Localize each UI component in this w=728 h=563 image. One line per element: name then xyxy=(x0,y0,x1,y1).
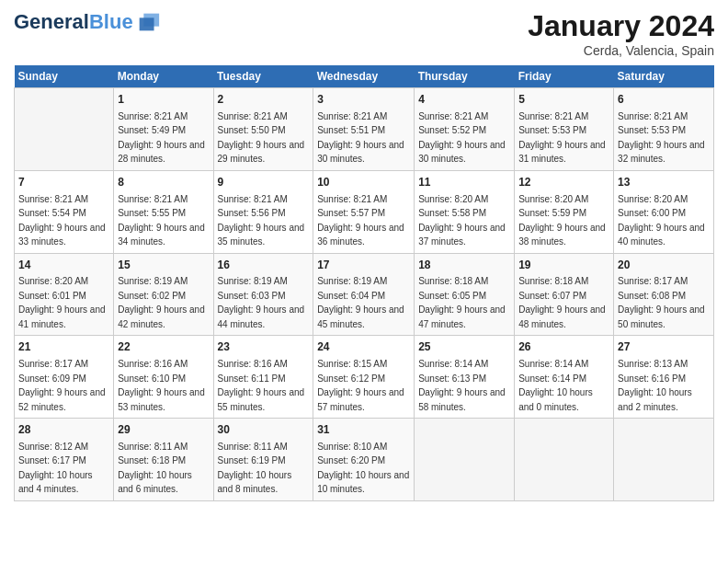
day-number: 5 xyxy=(518,92,609,108)
cell-info: Sunrise: 8:18 AMSunset: 6:07 PMDaylight:… xyxy=(518,276,606,329)
day-number: 20 xyxy=(618,258,710,273)
day-number: 11 xyxy=(418,175,510,190)
col-friday: Friday xyxy=(515,65,614,88)
cell-info: Sunrise: 8:21 AMSunset: 5:50 PMDaylight:… xyxy=(218,111,305,165)
day-number: 28 xyxy=(18,422,109,438)
calendar-cell-w4d4 xyxy=(415,419,515,501)
cell-info: Sunrise: 8:16 AMSunset: 6:10 PMDaylight:… xyxy=(118,359,205,412)
day-number: 18 xyxy=(418,258,510,273)
calendar-cell-w0d0 xyxy=(15,88,114,171)
day-number: 27 xyxy=(618,339,710,355)
calendar-cell-w4d1: 29Sunrise: 8:11 AMSunset: 6:18 PMDayligh… xyxy=(114,419,213,501)
cell-info: Sunrise: 8:15 AMSunset: 6:12 PMDaylight:… xyxy=(317,359,404,412)
day-number: 23 xyxy=(218,339,310,355)
day-number: 25 xyxy=(418,339,510,355)
day-number: 7 xyxy=(18,175,109,190)
calendar-cell-w4d3: 31Sunrise: 8:10 AMSunset: 6:20 PMDayligh… xyxy=(313,419,415,501)
col-wednesday: Wednesday xyxy=(313,65,415,88)
calendar-week-2: 14Sunrise: 8:20 AMSunset: 6:01 PMDayligh… xyxy=(15,253,714,336)
day-number: 30 xyxy=(218,422,310,438)
day-number: 8 xyxy=(118,175,209,190)
calendar-cell-w0d5: 5Sunrise: 8:21 AMSunset: 5:53 PMDaylight… xyxy=(515,88,614,171)
location: Cerda, Valencia, Spain xyxy=(528,43,714,58)
calendar-week-4: 28Sunrise: 8:12 AMSunset: 6:17 PMDayligh… xyxy=(15,419,714,501)
day-number: 9 xyxy=(218,175,310,190)
logo: GeneralBlue xyxy=(14,9,161,35)
calendar-cell-w3d3: 24Sunrise: 8:15 AMSunset: 6:12 PMDayligh… xyxy=(313,336,415,419)
day-number: 24 xyxy=(317,339,410,355)
cell-info: Sunrise: 8:16 AMSunset: 6:11 PMDaylight:… xyxy=(218,359,305,412)
day-number: 22 xyxy=(118,339,209,355)
page-header: GeneralBlue January 2024 Cerda, Valencia… xyxy=(14,9,714,58)
day-number: 26 xyxy=(518,339,609,355)
day-number: 15 xyxy=(118,258,209,273)
calendar-cell-w2d0: 14Sunrise: 8:20 AMSunset: 6:01 PMDayligh… xyxy=(15,253,114,336)
cell-info: Sunrise: 8:21 AMSunset: 5:51 PMDaylight:… xyxy=(317,111,404,165)
calendar-week-3: 21Sunrise: 8:17 AMSunset: 6:09 PMDayligh… xyxy=(15,336,714,419)
day-number: 29 xyxy=(118,422,209,438)
day-number: 21 xyxy=(18,339,109,355)
calendar-cell-w3d4: 25Sunrise: 8:14 AMSunset: 6:13 PMDayligh… xyxy=(415,336,515,419)
calendar-cell-w4d5 xyxy=(515,419,614,501)
calendar-cell-w1d1: 8Sunrise: 8:21 AMSunset: 5:55 PMDaylight… xyxy=(114,170,213,253)
day-number: 6 xyxy=(618,92,710,108)
calendar-cell-w3d0: 21Sunrise: 8:17 AMSunset: 6:09 PMDayligh… xyxy=(15,336,114,419)
col-thursday: Thursday xyxy=(415,65,515,88)
calendar-cell-w1d0: 7Sunrise: 8:21 AMSunset: 5:54 PMDaylight… xyxy=(15,170,114,253)
calendar-cell-w4d2: 30Sunrise: 8:11 AMSunset: 6:19 PMDayligh… xyxy=(213,419,313,501)
calendar-cell-w2d6: 20Sunrise: 8:17 AMSunset: 6:08 PMDayligh… xyxy=(614,253,714,336)
cell-info: Sunrise: 8:17 AMSunset: 6:08 PMDaylight:… xyxy=(618,276,705,329)
calendar-cell-w0d6: 6Sunrise: 8:21 AMSunset: 5:53 PMDaylight… xyxy=(614,88,714,171)
col-monday: Monday xyxy=(114,65,213,88)
cell-info: Sunrise: 8:19 AMSunset: 6:03 PMDaylight:… xyxy=(218,276,305,329)
day-number: 3 xyxy=(317,92,410,108)
col-saturday: Saturday xyxy=(614,65,714,88)
cell-info: Sunrise: 8:12 AMSunset: 6:17 PMDaylight:… xyxy=(18,442,93,495)
day-number: 16 xyxy=(218,258,310,273)
day-number: 14 xyxy=(18,258,109,273)
calendar-cell-w3d5: 26Sunrise: 8:14 AMSunset: 6:14 PMDayligh… xyxy=(515,336,614,419)
calendar-cell-w3d1: 22Sunrise: 8:16 AMSunset: 6:10 PMDayligh… xyxy=(114,336,213,419)
day-number: 2 xyxy=(218,92,310,108)
cell-info: Sunrise: 8:21 AMSunset: 5:55 PMDaylight:… xyxy=(118,194,205,247)
calendar-cell-w3d6: 27Sunrise: 8:13 AMSunset: 6:16 PMDayligh… xyxy=(614,336,714,419)
header-row: Sunday Monday Tuesday Wednesday Thursday… xyxy=(15,65,714,88)
calendar-cell-w0d3: 3Sunrise: 8:21 AMSunset: 5:51 PMDaylight… xyxy=(313,88,415,171)
cell-info: Sunrise: 8:21 AMSunset: 5:54 PMDaylight:… xyxy=(18,194,106,247)
cell-info: Sunrise: 8:14 AMSunset: 6:14 PMDaylight:… xyxy=(518,359,593,412)
calendar-page: GeneralBlue January 2024 Cerda, Valencia… xyxy=(0,0,728,563)
calendar-cell-w1d6: 13Sunrise: 8:20 AMSunset: 6:00 PMDayligh… xyxy=(614,170,714,253)
cell-info: Sunrise: 8:21 AMSunset: 5:49 PMDaylight:… xyxy=(118,111,205,165)
cell-info: Sunrise: 8:20 AMSunset: 5:58 PMDaylight:… xyxy=(418,194,506,247)
month-title: January 2024 xyxy=(528,9,714,43)
calendar-week-1: 7Sunrise: 8:21 AMSunset: 5:54 PMDaylight… xyxy=(15,170,714,253)
calendar-cell-w1d4: 11Sunrise: 8:20 AMSunset: 5:58 PMDayligh… xyxy=(415,170,515,253)
cell-info: Sunrise: 8:11 AMSunset: 6:18 PMDaylight:… xyxy=(118,442,192,495)
cell-info: Sunrise: 8:20 AMSunset: 5:59 PMDaylight:… xyxy=(518,194,606,247)
calendar-cell-w0d1: 1Sunrise: 8:21 AMSunset: 5:49 PMDaylight… xyxy=(114,88,213,171)
calendar-cell-w4d6 xyxy=(614,419,714,501)
cell-info: Sunrise: 8:18 AMSunset: 6:05 PMDaylight:… xyxy=(418,276,506,329)
calendar-week-0: 1Sunrise: 8:21 AMSunset: 5:49 PMDaylight… xyxy=(15,88,714,171)
day-number: 13 xyxy=(618,175,710,190)
cell-info: Sunrise: 8:21 AMSunset: 5:52 PMDaylight:… xyxy=(418,111,506,165)
cell-info: Sunrise: 8:21 AMSunset: 5:57 PMDaylight:… xyxy=(317,194,404,247)
calendar-cell-w0d2: 2Sunrise: 8:21 AMSunset: 5:50 PMDaylight… xyxy=(213,88,313,171)
calendar-cell-w2d4: 18Sunrise: 8:18 AMSunset: 6:05 PMDayligh… xyxy=(415,253,515,336)
title-block: January 2024 Cerda, Valencia, Spain xyxy=(528,9,714,58)
cell-info: Sunrise: 8:20 AMSunset: 6:00 PMDaylight:… xyxy=(618,194,705,247)
day-number: 1 xyxy=(118,92,209,108)
cell-info: Sunrise: 8:19 AMSunset: 6:02 PMDaylight:… xyxy=(118,276,205,329)
day-number: 17 xyxy=(317,258,410,273)
cell-info: Sunrise: 8:21 AMSunset: 5:53 PMDaylight:… xyxy=(518,111,606,165)
calendar-cell-w2d1: 15Sunrise: 8:19 AMSunset: 6:02 PMDayligh… xyxy=(114,253,213,336)
calendar-cell-w1d2: 9Sunrise: 8:21 AMSunset: 5:56 PMDaylight… xyxy=(213,170,313,253)
svg-marker-1 xyxy=(139,17,154,30)
calendar-cell-w2d3: 17Sunrise: 8:19 AMSunset: 6:04 PMDayligh… xyxy=(313,253,415,336)
cell-info: Sunrise: 8:10 AMSunset: 6:20 PMDaylight:… xyxy=(317,442,409,495)
calendar-cell-w1d5: 12Sunrise: 8:20 AMSunset: 5:59 PMDayligh… xyxy=(515,170,614,253)
logo-text: GeneralBlue xyxy=(14,11,133,33)
cell-info: Sunrise: 8:19 AMSunset: 6:04 PMDaylight:… xyxy=(317,276,404,329)
col-sunday: Sunday xyxy=(15,65,114,88)
cell-info: Sunrise: 8:21 AMSunset: 5:56 PMDaylight:… xyxy=(218,194,305,247)
